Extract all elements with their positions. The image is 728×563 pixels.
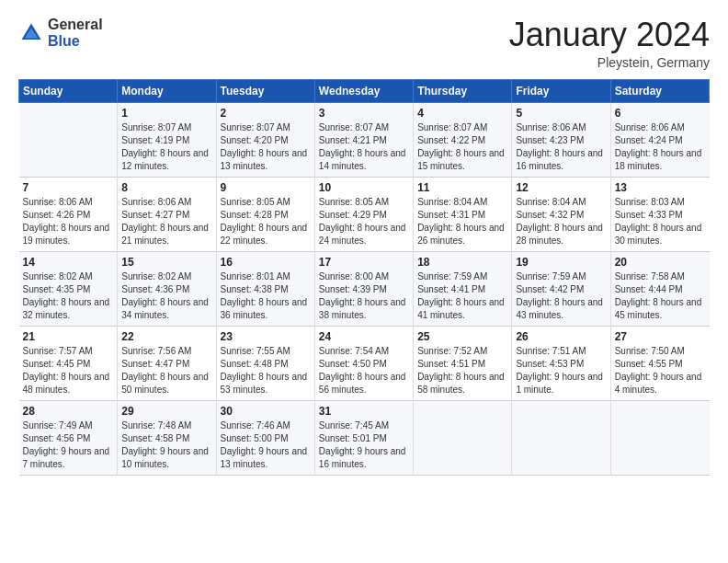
day-info: Sunrise: 8:05 AMSunset: 4:28 PMDaylight:…	[221, 196, 311, 247]
day-number: 26	[516, 330, 606, 343]
day-info: Sunrise: 7:48 AMSunset: 4:58 PMDaylight:…	[121, 419, 211, 471]
day-info: Sunrise: 8:06 AMSunset: 4:27 PMDaylight:…	[121, 196, 211, 247]
sunset-text: Sunset: 4:29 PM	[319, 209, 409, 222]
sunset-text: Sunset: 4:58 PM	[121, 432, 211, 445]
daylight-text: Daylight: 8 hours and 26 minutes.	[417, 222, 507, 247]
table-row: 4Sunrise: 8:07 AMSunset: 4:22 PMDaylight…	[414, 102, 512, 177]
table-row: 31Sunrise: 7:45 AMSunset: 5:01 PMDayligh…	[314, 400, 413, 475]
day-number: 1	[121, 107, 211, 120]
day-number: 23	[221, 330, 311, 343]
day-info: Sunrise: 7:46 AMSunset: 5:00 PMDaylight:…	[221, 419, 311, 471]
sunrise-text: Sunrise: 8:06 AM	[615, 121, 706, 134]
title-block: January 2024 Pleystein, Germany	[509, 17, 710, 70]
day-info: Sunrise: 8:02 AMSunset: 4:35 PMDaylight:…	[23, 270, 114, 322]
table-row: 25Sunrise: 7:52 AMSunset: 4:51 PMDayligh…	[414, 326, 512, 400]
day-info: Sunrise: 7:51 AMSunset: 4:53 PMDaylight:…	[516, 345, 606, 396]
day-info: Sunrise: 8:07 AMSunset: 4:22 PMDaylight:…	[417, 121, 507, 173]
sunrise-text: Sunrise: 7:57 AM	[23, 345, 114, 358]
day-info: Sunrise: 7:50 AMSunset: 4:55 PMDaylight:…	[615, 345, 706, 396]
daylight-text: Daylight: 8 hours and 24 minutes.	[319, 222, 409, 247]
sunset-text: Sunset: 4:42 PM	[516, 283, 606, 296]
daylight-text: Daylight: 8 hours and 18 minutes.	[615, 147, 706, 173]
sunrise-text: Sunrise: 8:06 AM	[516, 121, 606, 134]
header-thursday: Thursday	[414, 79, 512, 102]
daylight-text: Daylight: 8 hours and 13 minutes.	[221, 147, 311, 173]
daylight-text: Daylight: 8 hours and 15 minutes.	[417, 147, 507, 173]
daylight-text: Daylight: 8 hours and 58 minutes.	[417, 371, 507, 396]
sunrise-text: Sunrise: 7:59 AM	[417, 270, 507, 283]
sunset-text: Sunset: 4:23 PM	[516, 134, 606, 147]
day-number: 30	[221, 405, 311, 418]
sunset-text: Sunset: 4:36 PM	[121, 283, 211, 296]
calendar-week-row: 14Sunrise: 8:02 AMSunset: 4:35 PMDayligh…	[19, 251, 710, 326]
table-row: 16Sunrise: 8:01 AMSunset: 4:38 PMDayligh…	[216, 251, 314, 326]
day-info: Sunrise: 7:49 AMSunset: 4:56 PMDaylight:…	[23, 419, 114, 471]
day-number: 22	[121, 330, 211, 343]
sunset-text: Sunset: 4:27 PM	[121, 209, 211, 222]
day-number: 3	[319, 107, 409, 120]
sunrise-text: Sunrise: 7:45 AM	[319, 419, 409, 432]
daylight-text: Daylight: 8 hours and 14 minutes.	[319, 147, 409, 173]
calendar-week-row: 28Sunrise: 7:49 AMSunset: 4:56 PMDayligh…	[19, 400, 710, 475]
sunset-text: Sunset: 4:47 PM	[121, 358, 211, 371]
header-wednesday: Wednesday	[314, 79, 413, 102]
table-row	[512, 400, 610, 475]
sunrise-text: Sunrise: 8:06 AM	[121, 196, 211, 209]
table-row: 13Sunrise: 8:03 AMSunset: 4:33 PMDayligh…	[610, 177, 709, 251]
sunset-text: Sunset: 4:20 PM	[221, 134, 311, 147]
daylight-text: Daylight: 8 hours and 21 minutes.	[121, 222, 211, 247]
daylight-text: Daylight: 9 hours and 4 minutes.	[615, 371, 706, 396]
sunset-text: Sunset: 4:24 PM	[615, 134, 706, 147]
table-row: 5Sunrise: 8:06 AMSunset: 4:23 PMDaylight…	[512, 102, 610, 177]
calendar-week-row: 1Sunrise: 8:07 AMSunset: 4:19 PMDaylight…	[19, 102, 710, 177]
sunrise-text: Sunrise: 7:54 AM	[319, 345, 409, 358]
logo-icon	[18, 20, 44, 46]
header-saturday: Saturday	[610, 79, 709, 102]
sunrise-text: Sunrise: 8:07 AM	[319, 121, 409, 134]
day-number: 16	[221, 256, 311, 269]
table-row: 3Sunrise: 8:07 AMSunset: 4:21 PMDaylight…	[314, 102, 413, 177]
day-number: 13	[615, 181, 706, 194]
day-number: 9	[221, 181, 311, 194]
weekday-header-row: Sunday Monday Tuesday Wednesday Thursday…	[19, 79, 710, 102]
sunrise-text: Sunrise: 8:04 AM	[516, 196, 606, 209]
sunset-text: Sunset: 4:26 PM	[23, 209, 114, 222]
table-row: 24Sunrise: 7:54 AMSunset: 4:50 PMDayligh…	[314, 326, 413, 400]
sunset-text: Sunset: 4:35 PM	[23, 283, 114, 296]
daylight-text: Daylight: 8 hours and 32 minutes.	[23, 296, 114, 322]
day-info: Sunrise: 7:59 AMSunset: 4:41 PMDaylight:…	[417, 270, 507, 322]
location: Pleystein, Germany	[509, 55, 710, 70]
daylight-text: Daylight: 8 hours and 45 minutes.	[615, 296, 706, 322]
table-row: 23Sunrise: 7:55 AMSunset: 4:48 PMDayligh…	[216, 326, 314, 400]
daylight-text: Daylight: 9 hours and 10 minutes.	[121, 445, 211, 471]
sunrise-text: Sunrise: 8:02 AM	[23, 270, 114, 283]
table-row: 2Sunrise: 8:07 AMSunset: 4:20 PMDaylight…	[216, 102, 314, 177]
day-number: 24	[319, 330, 409, 343]
day-info: Sunrise: 7:52 AMSunset: 4:51 PMDaylight:…	[417, 345, 507, 396]
daylight-text: Daylight: 8 hours and 19 minutes.	[23, 222, 114, 247]
table-row: 6Sunrise: 8:06 AMSunset: 4:24 PMDaylight…	[610, 102, 709, 177]
sunset-text: Sunset: 4:55 PM	[615, 358, 706, 371]
table-row: 20Sunrise: 7:58 AMSunset: 4:44 PMDayligh…	[610, 251, 709, 326]
table-row: 17Sunrise: 8:00 AMSunset: 4:39 PMDayligh…	[314, 251, 413, 326]
sunset-text: Sunset: 4:53 PM	[516, 358, 606, 371]
header-monday: Monday	[118, 79, 216, 102]
daylight-text: Daylight: 8 hours and 41 minutes.	[417, 296, 507, 322]
table-row: 9Sunrise: 8:05 AMSunset: 4:28 PMDaylight…	[216, 177, 314, 251]
sunrise-text: Sunrise: 8:07 AM	[417, 121, 507, 134]
day-number: 6	[615, 107, 706, 120]
table-row: 19Sunrise: 7:59 AMSunset: 4:42 PMDayligh…	[512, 251, 610, 326]
day-number: 12	[516, 181, 606, 194]
sunset-text: Sunset: 4:44 PM	[615, 283, 706, 296]
day-number: 8	[121, 181, 211, 194]
sunset-text: Sunset: 5:01 PM	[319, 432, 409, 445]
sunset-text: Sunset: 4:31 PM	[417, 209, 507, 222]
sunrise-text: Sunrise: 7:49 AM	[23, 419, 114, 432]
sunset-text: Sunset: 4:38 PM	[221, 283, 311, 296]
header-tuesday: Tuesday	[216, 79, 314, 102]
sunrise-text: Sunrise: 7:48 AM	[121, 419, 211, 432]
sunset-text: Sunset: 4:21 PM	[319, 134, 409, 147]
daylight-text: Daylight: 8 hours and 36 minutes.	[221, 296, 311, 322]
header: General Blue January 2024 Pleystein, Ger…	[18, 17, 710, 70]
day-info: Sunrise: 7:56 AMSunset: 4:47 PMDaylight:…	[121, 345, 211, 396]
